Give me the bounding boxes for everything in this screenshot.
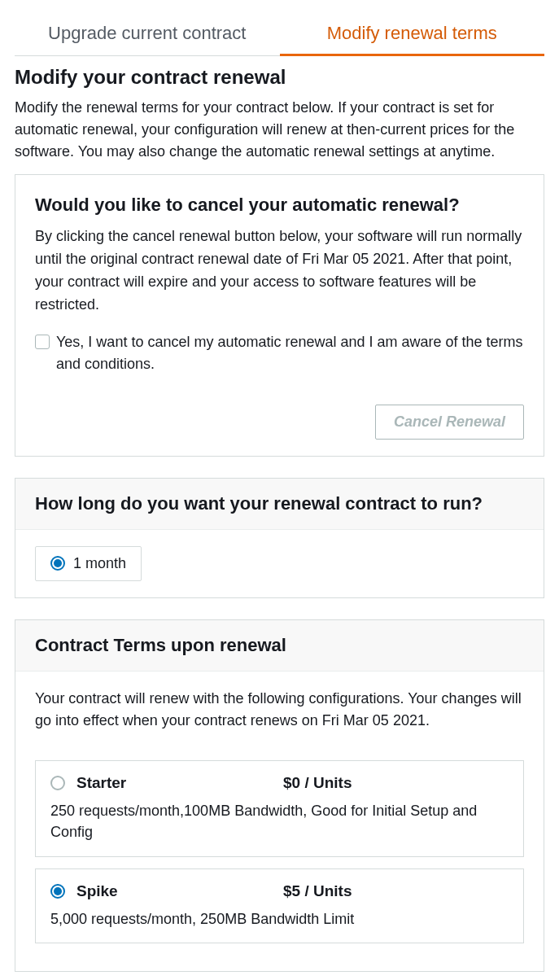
- plan-spike-price: $5 / Units: [283, 882, 352, 900]
- tab-modify-renewal[interactable]: Modify renewal terms: [280, 15, 545, 55]
- cancel-heading: Would you like to cancel your automatic …: [35, 195, 524, 216]
- duration-card: How long do you want your renewal contra…: [15, 478, 544, 598]
- contract-terms-card: Contract Terms upon renewal Your contrac…: [15, 619, 544, 972]
- terms-heading: Contract Terms upon renewal: [15, 620, 544, 672]
- cancel-checkbox-label: Yes, I want to cancel my automatic renew…: [56, 331, 524, 375]
- terms-intro: Your contract will renew with the follow…: [35, 688, 524, 733]
- plan-spike-name: Spike: [76, 882, 272, 900]
- cancel-renewal-button[interactable]: Cancel Renewal: [375, 405, 524, 440]
- cancel-checkbox[interactable]: [35, 335, 50, 349]
- cancel-text: By clicking the cancel renewal button be…: [35, 225, 524, 317]
- duration-option-1-month[interactable]: 1 month: [35, 546, 142, 581]
- page-description: Modify the renewal terms for your contra…: [15, 97, 544, 163]
- plan-starter-radio[interactable]: [50, 776, 65, 790]
- cancel-checkbox-row: Yes, I want to cancel my automatic renew…: [35, 331, 524, 375]
- duration-heading: How long do you want your renewal contra…: [15, 479, 544, 530]
- plan-starter-desc: 250 requests/month,100MB Bandwidth, Good…: [50, 800, 509, 842]
- tab-upgrade-contract[interactable]: Upgrade current contract: [15, 15, 280, 55]
- tabs: Upgrade current contract Modify renewal …: [15, 15, 544, 56]
- plan-starter-price: $0 / Units: [283, 774, 352, 792]
- page-title: Modify your contract renewal: [15, 66, 544, 89]
- cancel-renewal-card: Would you like to cancel your automatic …: [15, 174, 544, 457]
- radio-icon: [50, 556, 65, 571]
- plan-spike-desc: 5,000 requests/month, 250MB Bandwidth Li…: [50, 908, 509, 930]
- plan-starter-name: Starter: [76, 774, 272, 792]
- plan-starter[interactable]: Starter $0 / Units 250 requests/month,10…: [35, 760, 524, 856]
- plan-spike-radio[interactable]: [50, 884, 65, 899]
- duration-option-label: 1 month: [73, 555, 126, 572]
- plan-spike[interactable]: Spike $5 / Units 5,000 requests/month, 2…: [35, 868, 524, 943]
